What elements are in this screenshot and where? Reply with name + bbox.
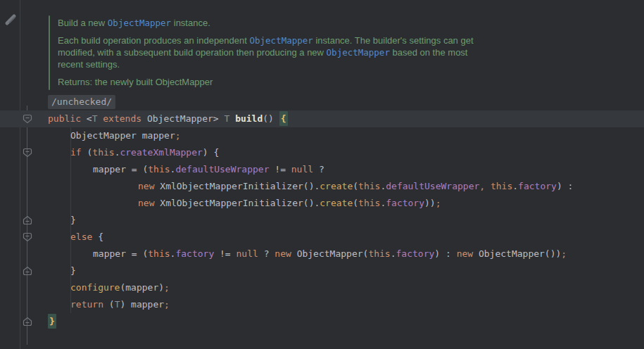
code-token-pl [485, 181, 491, 191]
code-token-fld: factory [175, 248, 214, 259]
code-token-pl: != [269, 164, 291, 174]
code-token-pl: ( [82, 147, 93, 158]
code-line[interactable]: } [0, 212, 644, 229]
code-token-kw: public [48, 113, 81, 124]
code-token-kw: else [70, 231, 92, 242]
code-line[interactable]: mapper = (this.factory != null ? new Obj… [0, 246, 644, 262]
code-line[interactable]: /unchecked/ [0, 94, 644, 110]
fold-end-icon[interactable] [23, 266, 32, 276]
code-token-fc: create [320, 181, 353, 191]
doc-text: Build a new [58, 18, 108, 28]
code-token-pl: ( [353, 198, 358, 208]
doc-line: modified, with a subsequent build operat… [58, 46, 635, 58]
code-line[interactable]: } [0, 313, 644, 330]
code-token-pl: ObjectMapper> [141, 113, 224, 124]
code-token-pl: mapper = ( [93, 164, 148, 174]
code-token-kw: null [236, 248, 258, 259]
doc-inline-code: ObjectMapper [327, 47, 390, 58]
code-line[interactable]: new XmlObjectMapperInitializer().create(… [0, 195, 644, 212]
doc-text: Returns: the newly built ObjectMapper [58, 77, 213, 87]
code-editor[interactable]: Build a new ObjectMapper instance.Each b… [0, 0, 644, 349]
doc-inline-code: ObjectMapper [250, 35, 313, 46]
code-token-pl: ) : [434, 248, 456, 259]
code-token-pl: ) mapper [120, 299, 164, 310]
code-token-pl: } [70, 265, 76, 276]
folded-region-placeholder[interactable]: /unchecked/ [48, 95, 115, 109]
code-line[interactable]: ObjectMapper mapper; [0, 127, 644, 144]
code-token-kw: new [138, 181, 154, 191]
code-line-current[interactable]: public <T extends ObjectMapper> T build(… [0, 110, 644, 127]
code-token-sc: ; [561, 248, 567, 259]
code-token-pl [229, 113, 235, 124]
doc-inline-code: ObjectMapper [108, 18, 171, 28]
doc-text: modified, with a subsequent build operat… [58, 47, 327, 58]
code-area[interactable]: /unchecked/public <T extends ObjectMappe… [0, 94, 644, 330]
code-token-pl: XmlObjectMapperInitializer(). [154, 198, 320, 208]
code-token-kw: new [274, 248, 291, 259]
code-line[interactable]: mapper = (this.defaultUseWrapper != null… [0, 161, 644, 178]
code-token-sc: ; [175, 130, 181, 141]
code-token-kw: this [491, 181, 512, 191]
code-token-bh: } [48, 314, 56, 329]
code-line[interactable]: else { [0, 229, 644, 246]
doc-line: Each build operation produces an indepen… [58, 34, 635, 46]
code-token-pl: ) : [557, 181, 573, 191]
doc-text: instance. The builder's settings can get [313, 35, 474, 46]
code-token-kw: this [368, 248, 390, 259]
doc-text: Each build operation produces an indepen… [58, 35, 250, 46]
code-token-pl: XmlObjectMapperInitializer(). [154, 181, 320, 191]
code-line[interactable]: configure(mapper); [0, 279, 644, 296]
fold-start-icon[interactable] [23, 232, 32, 242]
code-token-pl: ( [103, 299, 115, 310]
code-token-pl: mapper = ( [93, 248, 148, 259]
code-token-pl: () [263, 113, 279, 124]
fold-start-icon[interactable] [23, 114, 32, 124]
code-token-kw: null [291, 164, 313, 174]
doc-comment-bar [49, 15, 50, 90]
code-token-fd: build [235, 113, 263, 124]
code-token-fld: createXmlMapper [120, 147, 202, 158]
doc-text: instance. [171, 18, 210, 28]
code-token-fld: defaultUseWrapper [175, 164, 269, 174]
code-token-pl: )) [424, 198, 436, 208]
code-token-pl: != [214, 248, 236, 259]
doc-line: recent settings. [58, 58, 635, 70]
code-token-fld: factory [396, 248, 435, 259]
code-token-sc: ; [164, 299, 170, 310]
code-token-pl: } [70, 215, 76, 225]
code-token-pl: . [512, 181, 518, 191]
code-token-kw: extends [103, 113, 141, 124]
fold-end-icon[interactable] [23, 215, 32, 225]
code-token-kw: this [358, 198, 380, 208]
code-token-sc: , [479, 181, 485, 191]
code-token-pl: ( [353, 181, 358, 191]
doc-text: based on the most [390, 47, 468, 58]
code-token-fld: defaultUseWrapper [386, 181, 479, 191]
code-token-pl: < [81, 113, 92, 124]
code-token-fc: configure [70, 282, 120, 293]
doc-text: recent settings. [58, 59, 120, 70]
code-token-sc: ; [164, 282, 170, 293]
fold-start-icon[interactable] [23, 148, 32, 158]
toggle-rendered-view-pencil-icon[interactable] [3, 11, 18, 27]
code-token-kw: new [457, 248, 473, 259]
code-token-kw: this [148, 248, 170, 259]
code-token-pl: ? [313, 164, 324, 174]
code-token-pl: ? [258, 248, 274, 259]
code-token-fld: factory [386, 198, 424, 208]
code-token-kw: return [70, 299, 103, 310]
code-token-sc: ; [436, 198, 441, 208]
code-line[interactable]: new XmlObjectMapperInitializer().create(… [0, 178, 644, 195]
code-token-kw: if [70, 147, 82, 158]
code-token-fc: create [320, 198, 353, 208]
code-line[interactable]: if (this.createXmlMapper) { [0, 144, 644, 161]
code-token-pl: (mapper) [120, 282, 164, 293]
code-line[interactable]: return (T) mapper; [0, 296, 644, 313]
code-line[interactable]: } [0, 262, 644, 279]
doc-line: Build a new ObjectMapper instance. [58, 17, 635, 29]
code-token-pl: ) { [203, 147, 219, 158]
rendered-doc-comment: Build a new ObjectMapper instance.Each b… [58, 17, 635, 88]
code-token-pl: { [92, 231, 103, 242]
fold-end-icon[interactable] [23, 317, 32, 326]
code-token-kw: this [92, 147, 114, 158]
